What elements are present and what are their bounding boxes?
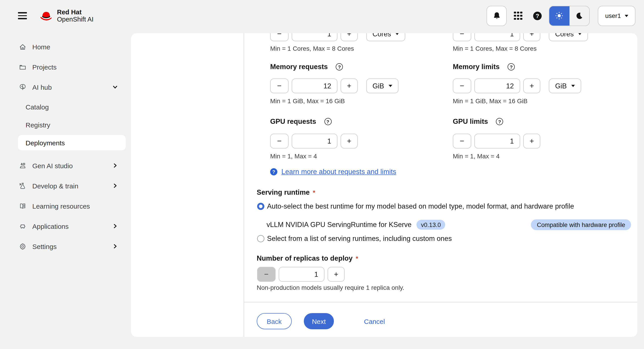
gpu-limits-input[interactable]: [474, 134, 520, 148]
sidebar-item-ai-hub[interactable]: AI hub: [0, 79, 131, 95]
main-area: − + Cores Min = 1 Cores, Max = 8 Cores: [131, 31, 644, 349]
help-question-icon[interactable]: ?: [496, 118, 503, 125]
help-question-icon[interactable]: ?: [324, 118, 332, 125]
gpu-requests-field: GPU requests ? − + Min = 1, Max = 4: [270, 104, 453, 160]
chevron-right-icon: [113, 244, 118, 249]
sidebar-item-settings[interactable]: Settings: [0, 238, 131, 254]
minus-button[interactable]: −: [270, 78, 288, 93]
learn-more-row: ? Learn more about requests and limits: [270, 168, 637, 176]
plus-button[interactable]: +: [523, 78, 540, 93]
help-question-icon[interactable]: ?: [336, 63, 343, 70]
gen-ai-studio-icon: [19, 162, 26, 169]
product-name: OpenShift AI: [57, 16, 94, 23]
runtime-list-select-radio[interactable]: Select from a list of serving runtimes, …: [257, 234, 637, 243]
help-question-icon[interactable]: ?: [508, 63, 515, 70]
wizard-content: − + Cores Min = 1 Cores, Max = 8 Cores: [244, 33, 637, 337]
sidebar-item-label: AI hub: [32, 83, 52, 91]
cpu-requests-caption: Min = 1 Cores, Max = 8 Cores: [270, 45, 453, 52]
sidebar-item-label: Deployments: [26, 139, 65, 146]
memory-limits-label: Memory limits ?: [453, 63, 637, 71]
memory-requests-input[interactable]: [292, 78, 338, 93]
cpu-limits-stepper: − + Cores: [453, 33, 637, 41]
replicas-stepper: − +: [257, 267, 637, 282]
projects-icon: [19, 63, 26, 71]
field-label-text: GPU limits: [453, 117, 488, 126]
theme-toggle: [549, 5, 590, 26]
learn-more-link[interactable]: Learn more about requests and limits: [282, 168, 396, 176]
chevron-down-icon: [389, 85, 392, 87]
minus-button[interactable]: −: [453, 33, 471, 41]
gpu-limits-caption: Min = 1, Max = 4: [453, 153, 637, 160]
cpu-limits-caption: Min = 1 Cores, Max = 8 Cores: [453, 45, 637, 52]
sidebar-item-home[interactable]: Home: [0, 38, 131, 55]
chevron-down-icon: [571, 85, 575, 87]
plus-button[interactable]: +: [523, 134, 540, 148]
brand-name: Red Hat: [57, 8, 82, 16]
runtime-version-badge: v0.13.0: [416, 220, 446, 230]
gpu-requests-input[interactable]: [292, 134, 338, 148]
help-icon: ?: [533, 11, 542, 20]
sidebar-item-label: Home: [32, 43, 50, 50]
sidebar-item-projects[interactable]: Projects: [0, 59, 131, 75]
gpu-limits-label: GPU limits ?: [453, 117, 637, 126]
sidebar-item-learning-resources[interactable]: Learning resources: [0, 198, 131, 214]
notifications-button[interactable]: [487, 5, 507, 26]
radio-unselected-icon[interactable]: [257, 235, 264, 242]
light-theme-button[interactable]: [549, 6, 569, 25]
chevron-right-icon: [113, 224, 118, 229]
memory-limits-stepper: − + GiB: [453, 78, 637, 93]
hamburger-menu-icon[interactable]: [18, 10, 29, 21]
memory-limits-unit-dropdown[interactable]: GiB: [549, 78, 581, 93]
gpu-requests-caption: Min = 1, Max = 4: [270, 153, 453, 160]
cpu-requests-input[interactable]: [292, 33, 338, 41]
radio-selected-icon[interactable]: [257, 203, 264, 210]
red-hat-logo-icon: [38, 10, 54, 21]
replicas-input[interactable]: [279, 267, 324, 282]
minus-button[interactable]: −: [270, 33, 288, 41]
plus-button[interactable]: +: [340, 78, 358, 93]
plus-button[interactable]: +: [340, 33, 358, 41]
sidebar-item-gen-ai-studio[interactable]: Gen AI studio: [0, 157, 131, 174]
help-button[interactable]: ?: [533, 11, 542, 20]
minus-button-disabled[interactable]: −: [257, 267, 276, 282]
required-asterisk: *: [356, 255, 358, 262]
gear-icon: [19, 243, 26, 250]
replicas-label: Number of replicas to deploy*: [257, 254, 637, 263]
unit-label: GiB: [555, 82, 567, 90]
cpu-limits-unit-dropdown[interactable]: Cores: [549, 33, 588, 41]
cpu-requests-unit-dropdown[interactable]: Cores: [366, 33, 406, 41]
minus-button[interactable]: −: [270, 134, 288, 148]
memory-limits-input[interactable]: [474, 78, 520, 93]
brand-logo: Red Hat OpenShift AI: [38, 8, 94, 23]
dark-theme-button[interactable]: [569, 6, 589, 25]
cancel-button[interactable]: Cancel: [364, 317, 385, 325]
plus-button[interactable]: +: [340, 134, 358, 148]
next-button[interactable]: Next: [304, 313, 334, 329]
sidebar-item-develop-train[interactable]: Develop & train: [0, 178, 131, 194]
chevron-down-icon: [578, 33, 582, 35]
sidebar-item-label: Gen AI studio: [32, 162, 73, 169]
user-menu-dropdown[interactable]: user1: [598, 5, 636, 26]
minus-button[interactable]: −: [453, 134, 471, 148]
replicas-helper-text: Non-production models usually require 1 …: [257, 284, 637, 291]
plus-button[interactable]: +: [523, 33, 540, 41]
page-layout: Home Projects AI hub Catalog: [0, 31, 644, 349]
sidebar-item-registry[interactable]: Registry: [0, 117, 131, 132]
sidebar-item-deployments[interactable]: Deployments: [18, 135, 126, 150]
runtime-auto-select-radio[interactable]: Auto-select the best runtime for my mode…: [257, 202, 637, 210]
cpu-requests-field: − + Cores Min = 1 Cores, Max = 8 Cores: [270, 33, 453, 52]
sidebar-item-applications[interactable]: Applications: [0, 218, 131, 234]
field-label-text: Memory requests: [270, 63, 328, 71]
cpu-limits-input[interactable]: [474, 33, 520, 41]
app-launcher-button[interactable]: [514, 11, 522, 20]
back-button[interactable]: Back: [257, 313, 292, 329]
moon-icon: [576, 12, 583, 19]
memory-requests-unit-dropdown[interactable]: GiB: [366, 78, 398, 93]
puzzle-icon: [19, 222, 26, 230]
field-label-text: Memory limits: [453, 63, 500, 71]
home-icon: [19, 43, 26, 50]
memory-fields-row: Memory requests ? − + GiB: [270, 52, 637, 104]
sidebar-item-catalog[interactable]: Catalog: [0, 99, 131, 114]
plus-button[interactable]: +: [328, 267, 345, 282]
minus-button[interactable]: −: [453, 78, 471, 93]
